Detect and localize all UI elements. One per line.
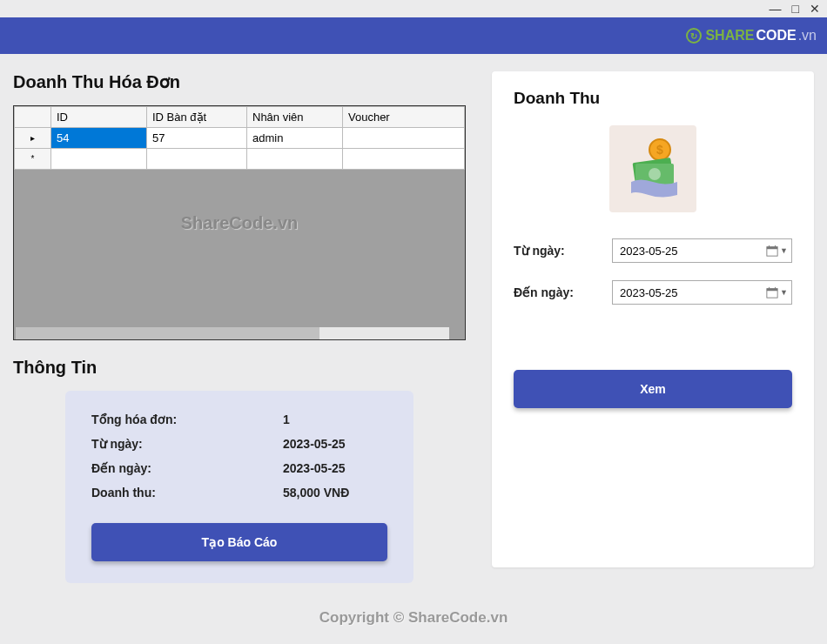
revenue-title: Doanh Thu: [514, 89, 792, 108]
calendar-icon[interactable]: [766, 286, 778, 299]
logo-text-3: .vn: [798, 28, 817, 44]
logo-text-1: SHARE: [705, 28, 754, 44]
chevron-down-icon[interactable]: ▼: [780, 246, 788, 255]
from-date-picker[interactable]: ▼: [612, 238, 792, 263]
cell-voucher[interactable]: [343, 128, 465, 149]
svg-rect-6: [767, 247, 777, 250]
to-date-input[interactable]: [620, 286, 766, 299]
total-invoice-value: 1: [283, 413, 290, 426]
revenue-label: Doanh thu:: [91, 486, 283, 500]
col-employee[interactable]: Nhân viên: [247, 107, 343, 128]
info-title: Thông Tin: [13, 358, 466, 378]
invoice-table-container: ID ID Bàn đặt Nhân viên Voucher ▸ 54 57 …: [13, 105, 466, 340]
minimize-button[interactable]: —: [770, 2, 782, 16]
col-table-id[interactable]: ID Bàn đặt: [147, 107, 247, 128]
invoice-revenue-title: Doanh Thu Hóa Đơn: [13, 71, 466, 92]
total-invoice-label: Tổng hóa đơn:: [91, 413, 283, 426]
svg-rect-10: [767, 289, 777, 292]
cell-employee[interactable]: admin: [247, 128, 343, 149]
from-date-input-label: Từ ngày:: [514, 244, 596, 258]
brand-logo: ↻ SHARECODE.vn: [686, 28, 817, 44]
to-date-picker[interactable]: ▼: [612, 280, 792, 305]
svg-point-4: [649, 168, 661, 180]
revenue-panel: Doanh Thu $ Từ ngày:: [492, 71, 814, 567]
table-row[interactable]: ▸ 54 57 admin: [15, 128, 465, 149]
col-id[interactable]: ID: [51, 107, 147, 128]
cell-table-id[interactable]: 57: [147, 128, 247, 149]
create-report-button[interactable]: Tạo Báo Cáo: [91, 523, 387, 561]
to-date-label: Đến ngày:: [91, 461, 283, 475]
row-marker: *: [15, 149, 51, 170]
col-voucher[interactable]: Voucher: [343, 107, 465, 128]
calendar-icon[interactable]: [766, 245, 778, 257]
invoice-table[interactable]: ID ID Bàn đặt Nhân viên Voucher ▸ 54 57 …: [14, 106, 465, 170]
footer-copyright: Copyright © ShareCode.vn: [319, 609, 508, 627]
col-rowheader: [15, 107, 51, 128]
recycle-icon: ↻: [686, 28, 702, 44]
watermark-text: ShareCode.vn: [181, 213, 298, 233]
cell-voucher[interactable]: [343, 149, 465, 170]
logo-text-2: CODE: [756, 28, 796, 44]
maximize-button[interactable]: □: [792, 2, 799, 16]
window-titlebar: — □ ✕: [0, 0, 827, 17]
to-date-value: 2023-05-25: [283, 461, 346, 475]
cell-employee[interactable]: [247, 149, 343, 170]
from-date-label: Từ ngày:: [91, 437, 283, 451]
table-row[interactable]: *: [15, 149, 465, 170]
chevron-down-icon[interactable]: ▼: [780, 288, 788, 297]
row-marker: ▸: [15, 128, 51, 149]
app-header: ↻ SHARECODE.vn: [0, 17, 827, 54]
money-icon: $: [609, 125, 696, 212]
horizontal-scrollbar[interactable]: [16, 327, 449, 339]
svg-text:$: $: [656, 143, 663, 157]
cell-id[interactable]: [51, 149, 147, 170]
view-button[interactable]: Xem: [514, 370, 792, 408]
to-date-input-label: Đến ngày:: [514, 285, 596, 299]
scrollbar-thumb[interactable]: [16, 327, 319, 339]
close-button[interactable]: ✕: [810, 2, 820, 16]
cell-id[interactable]: 54: [51, 128, 147, 149]
revenue-value: 58,000 VNĐ: [283, 486, 349, 500]
info-card: Tổng hóa đơn: 1 Từ ngày: 2023-05-25 Đến …: [65, 391, 414, 583]
from-date-input[interactable]: [620, 245, 766, 258]
from-date-value: 2023-05-25: [283, 437, 346, 451]
cell-table-id[interactable]: [147, 149, 247, 170]
